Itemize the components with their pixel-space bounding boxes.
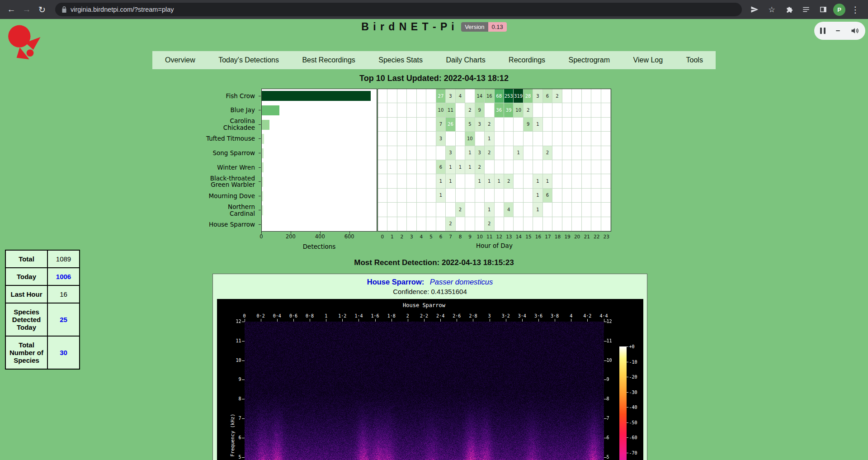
- send-button[interactable]: [747, 2, 762, 17]
- time-tick-label: 2: [406, 313, 409, 318]
- nav-item-view-log[interactable]: View Log: [629, 56, 668, 64]
- heat-cell: [552, 118, 562, 132]
- detections-bar: [262, 134, 264, 144]
- nav-item-best-recordings[interactable]: Best Recordings: [297, 56, 359, 64]
- heat-cell: [562, 217, 572, 231]
- bookmark-button[interactable]: ☆: [764, 2, 779, 17]
- nav-item-species-stats[interactable]: Species Stats: [374, 56, 427, 64]
- heat-cell: [407, 103, 416, 117]
- most-recent-label: Most Recent Detection:: [354, 258, 439, 267]
- heat-cell: [524, 203, 533, 217]
- heat-cell: [378, 132, 387, 146]
- heat-cell: [407, 89, 416, 103]
- heat-cell: [407, 132, 416, 146]
- heat-cell: 2: [552, 89, 562, 103]
- heat-cell: [456, 217, 465, 231]
- heat-cell: [552, 189, 562, 203]
- confidence-text: Confidence: 0.41351604: [213, 288, 647, 295]
- heat-cell: [533, 103, 542, 117]
- forward-button[interactable]: →: [19, 2, 34, 17]
- heat-cell: [426, 132, 436, 146]
- heat-cell: [387, 174, 397, 188]
- freq-tickmark-left: [242, 399, 245, 399]
- hour-tick-label: 18: [555, 234, 561, 239]
- extensions-button[interactable]: [782, 2, 796, 17]
- hour-tick-label: 19: [564, 234, 570, 239]
- puzzle-icon: [785, 5, 793, 14]
- colorbar-tick-label: -50: [629, 420, 637, 425]
- heat-cell: [572, 160, 581, 174]
- hour-tick-label: 9: [468, 234, 472, 239]
- heat-cell: [504, 160, 514, 174]
- heat-cell: 2: [475, 160, 485, 174]
- heat-cell: [572, 174, 581, 188]
- time-tick-label: 3·2: [502, 313, 510, 318]
- nav-item-spectrogram[interactable]: Spectrogram: [564, 56, 615, 64]
- stats-value-link[interactable]: 25: [60, 316, 67, 323]
- nav-item-overview[interactable]: Overview: [160, 56, 200, 64]
- colorbar-tick-label: -70: [629, 451, 637, 455]
- heat-cell: 68: [495, 89, 504, 103]
- heat-cell: [572, 189, 581, 203]
- heat-cell: 2: [524, 103, 533, 117]
- browser-menu-button[interactable]: ⋮: [848, 2, 863, 17]
- side-panel-button[interactable]: [816, 2, 830, 17]
- heat-cell: 16: [485, 89, 494, 103]
- reading-list-button[interactable]: [799, 2, 813, 17]
- species-link[interactable]: House Sparrow:: [367, 278, 425, 286]
- heat-cell: [397, 146, 407, 160]
- pause-button[interactable]: [820, 28, 826, 34]
- heat-cell: 27: [436, 89, 446, 103]
- freq-tickmark-left: [242, 379, 245, 380]
- heat-cell: [378, 118, 387, 132]
- address-bar[interactable]: virginia.birdnetpi.com/?stream=play: [55, 3, 742, 16]
- heat-cell: [562, 89, 572, 103]
- top10-chart: Fish CrowBlue JayCarolina ChickadeeTufte…: [194, 89, 615, 254]
- bar-chart-panel: [261, 89, 377, 232]
- freq-tickmark-left: [242, 360, 245, 361]
- heat-cell: [582, 203, 591, 217]
- heat-cell: [417, 217, 426, 231]
- heat-cell: [378, 217, 387, 231]
- heat-cell: [426, 118, 436, 132]
- heat-cell: 1: [533, 203, 542, 217]
- colorbar-tick-label: -60: [629, 435, 637, 440]
- stats-value-link[interactable]: 30: [60, 349, 67, 356]
- heat-cell: [397, 89, 407, 103]
- heat-cell: 26: [446, 118, 455, 132]
- time-tickmark: [571, 319, 571, 322]
- heat-cell: [495, 132, 504, 146]
- heat-cell: [426, 189, 436, 203]
- freq-tickmark-left: [242, 418, 245, 419]
- hour-tick-label: 21: [584, 234, 590, 239]
- time-tickmark: [245, 319, 245, 322]
- heat-cell: [562, 160, 572, 174]
- profile-avatar[interactable]: P: [833, 4, 845, 16]
- nav-item-daily-charts[interactable]: Daily Charts: [442, 56, 490, 64]
- heat-cell: [417, 189, 426, 203]
- nav-item-today-s-detections[interactable]: Today's Detections: [214, 56, 283, 64]
- heat-cell: 1: [533, 174, 542, 188]
- reload-button[interactable]: ↻: [34, 2, 50, 17]
- stats-value-link[interactable]: 1006: [56, 273, 71, 280]
- hour-tick-label: 5: [429, 234, 433, 239]
- heat-cell: [601, 160, 611, 174]
- heat-cell: 10: [514, 103, 523, 117]
- heat-cell: 319: [514, 89, 523, 103]
- back-button[interactable]: ←: [4, 2, 19, 17]
- heat-cell: [456, 146, 465, 160]
- heat-cell: [543, 118, 552, 132]
- heat-cell: [601, 132, 611, 146]
- audio-player[interactable]: [814, 22, 865, 40]
- heat-cell: [562, 146, 572, 160]
- nav-item-recordings[interactable]: Recordings: [504, 56, 550, 64]
- nav-item-tools[interactable]: Tools: [682, 56, 708, 64]
- heat-cell: 9: [524, 118, 533, 132]
- stats-label: Today: [5, 268, 47, 285]
- heat-cell: 2: [485, 146, 494, 160]
- species-label-text: Blue Jay: [231, 107, 255, 114]
- scientific-name-link[interactable]: Passer domesticus: [430, 278, 493, 286]
- hour-tick-label: 7: [449, 234, 452, 239]
- volume-icon[interactable]: [850, 26, 859, 35]
- time-tick-label: 0: [243, 313, 245, 318]
